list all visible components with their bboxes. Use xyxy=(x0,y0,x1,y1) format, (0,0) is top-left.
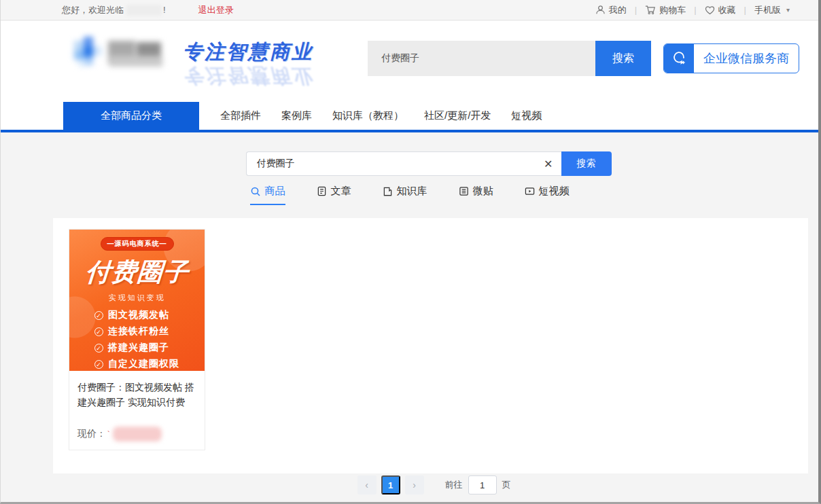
image-title: 付费圈子 xyxy=(84,255,190,289)
list-icon xyxy=(459,186,469,196)
site-logo[interactable] xyxy=(69,37,171,72)
site-header: 专注智慧商业 专注智慧商业 搜索 企业微信服务商 xyxy=(1,21,818,96)
site-tagline: 专注智慧商业 专注智慧商业 xyxy=(183,39,319,89)
nav-item-cases[interactable]: 案例库 xyxy=(271,109,322,122)
nav-item-plugins[interactable]: 全部插件 xyxy=(210,109,271,122)
check-icon: ✓ xyxy=(94,311,103,320)
chevron-down-icon: ▾ xyxy=(786,6,790,14)
header-search: 搜索 xyxy=(368,41,651,76)
search-section: ✕ 搜索 xyxy=(1,151,818,176)
product-card[interactable]: —源码电商系统— 付费圈子 实现知识变现 ✓ 图文视频发帖 ✓ 连接铁杆粉丝 ✓… xyxy=(69,229,205,450)
user-icon xyxy=(595,5,606,15)
result-tabs: 商品 文章 知识库 微贴 xyxy=(1,185,818,205)
nav-item-all-categories[interactable]: 全部商品分类 xyxy=(63,102,199,130)
header-search-button[interactable]: 搜索 xyxy=(595,41,651,76)
check-icon: ✓ xyxy=(94,360,103,369)
book-icon xyxy=(383,186,393,196)
cart-link[interactable]: 购物车 xyxy=(645,4,686,16)
favorites-link[interactable]: 收藏 xyxy=(705,4,736,16)
search-button[interactable]: 搜索 xyxy=(561,151,612,176)
product-price: 现价： ` xyxy=(77,427,162,442)
results-container: —源码电商系统— 付费圈子 实现知识变现 ✓ 图文视频发帖 ✓ 连接铁杆粉丝 ✓… xyxy=(53,218,808,473)
prev-page-button[interactable]: ‹ xyxy=(357,475,377,494)
wecom-icon xyxy=(664,44,694,73)
header-search-input[interactable] xyxy=(368,41,595,76)
heart-icon xyxy=(705,5,715,15)
clear-icon[interactable]: ✕ xyxy=(536,158,561,170)
check-icon: ✓ xyxy=(94,327,103,336)
tab-short-video[interactable]: 短视频 xyxy=(525,185,570,205)
main-nav: 全部商品分类 全部插件 案例库 知识库（教程） 社区/更新/开发 短视频 xyxy=(1,96,818,130)
tagline-reflection: 专注智慧商业 xyxy=(183,62,319,89)
cart-icon xyxy=(645,5,656,15)
image-badge: —源码电商系统— xyxy=(101,237,174,251)
tab-knowledge[interactable]: 知识库 xyxy=(383,185,427,205)
price-blurred xyxy=(113,427,162,442)
tab-products[interactable]: 商品 xyxy=(250,185,285,205)
my-account-link[interactable]: 我的 xyxy=(595,4,627,16)
separator: | xyxy=(744,5,746,15)
tab-articles[interactable]: 文章 xyxy=(317,185,351,205)
product-title: 付费圈子：图文视频发帖 搭建兴趣圈子 实现知识付费 xyxy=(69,371,205,410)
nav-item-short-video[interactable]: 短视频 xyxy=(501,109,552,122)
welcome-text: 您好，欢迎光临 xyxy=(62,4,124,16)
next-page-button[interactable]: › xyxy=(405,475,424,494)
separator: | xyxy=(694,5,696,15)
wecom-service-button[interactable]: 企业微信服务商 xyxy=(663,43,799,73)
image-subtitle: 实现知识变现 xyxy=(109,293,166,303)
nav-item-community[interactable]: 社区/更新/开发 xyxy=(414,109,501,122)
image-features: ✓ 图文视频发帖 ✓ 连接铁杆粉丝 ✓ 搭建兴趣圈子 ✓ 自定义建圈权限 xyxy=(94,309,179,370)
wecom-label: 企业微信服务商 xyxy=(694,44,799,73)
pagination: ‹ 1 › 前往 页 xyxy=(25,475,821,494)
goto-label: 前往 xyxy=(445,479,463,491)
page-1-button[interactable]: 1 xyxy=(381,475,400,494)
price-mark: ` xyxy=(107,430,110,438)
nav-underline xyxy=(1,130,818,132)
page-unit-label: 页 xyxy=(502,479,511,491)
goto-page-input[interactable] xyxy=(468,475,497,494)
browser-window: 您好，欢迎光临 ! 退出登录 我的 | 购物 xyxy=(0,0,821,504)
tab-microposts[interactable]: 微贴 xyxy=(459,185,493,205)
check-icon: ✓ xyxy=(94,344,103,353)
username-blurred xyxy=(126,5,162,16)
welcome-suffix: ! xyxy=(163,5,166,15)
nav-item-knowledge[interactable]: 知识库（教程） xyxy=(322,109,414,122)
separator: | xyxy=(635,5,637,15)
video-icon xyxy=(525,186,535,196)
mobile-version-link[interactable]: 手机版 ▾ xyxy=(754,4,790,16)
topbar: 您好，欢迎光临 ! 退出登录 我的 | 购物 xyxy=(1,0,818,20)
product-image: —源码电商系统— 付费圈子 实现知识变现 ✓ 图文视频发帖 ✓ 连接铁杆粉丝 ✓… xyxy=(69,230,205,371)
logout-link[interactable]: 退出登录 xyxy=(198,4,234,16)
logo-blurred xyxy=(69,37,171,72)
search-input[interactable] xyxy=(247,158,536,169)
article-icon xyxy=(317,186,327,196)
search-icon xyxy=(250,186,261,197)
